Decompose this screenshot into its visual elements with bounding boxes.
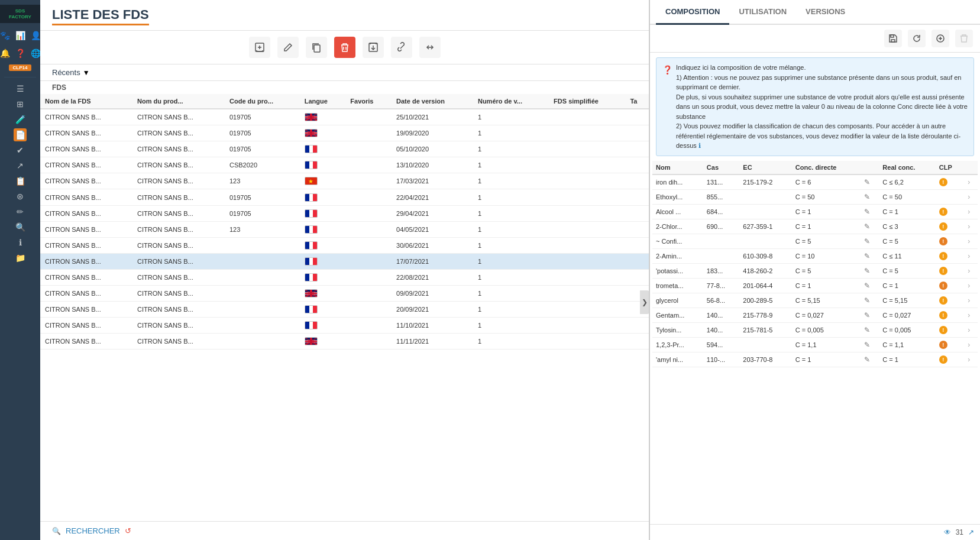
tab-utilisation[interactable]: UTILISATION bbox=[729, 0, 796, 25]
comp-cell-chevron[interactable]: › bbox=[964, 322, 978, 337]
comp-cell-chevron[interactable]: › bbox=[964, 204, 978, 219]
row-chevron-icon[interactable]: › bbox=[968, 222, 970, 231]
tab-versions[interactable]: VERSIONS bbox=[796, 0, 855, 25]
edit-row-icon[interactable]: ✎ bbox=[864, 193, 870, 201]
recents-label[interactable]: Récents bbox=[52, 68, 80, 77]
edit-row-icon[interactable]: ✎ bbox=[864, 326, 870, 334]
comp-table-row[interactable]: 2-Amin... 610-309-8 C = 10 ✎ C ≤ 11 ! › bbox=[652, 248, 978, 263]
comp-table-row[interactable]: ~ Confi... C = 5 ✎ C = 5 ! › bbox=[652, 234, 978, 248]
import-button[interactable] bbox=[249, 37, 270, 58]
delete-button[interactable] bbox=[334, 37, 355, 58]
export-footer-icon[interactable]: ↗ bbox=[968, 528, 974, 536]
comp-table-row[interactable]: 'amyl ni... 110-... 203-770-8 C = 1 ✎ C … bbox=[652, 352, 978, 367]
row-chevron-icon[interactable]: › bbox=[968, 311, 970, 319]
table-row[interactable]: CITRON SANS B... CITRON SANS B... 019705… bbox=[40, 205, 649, 221]
table-row[interactable]: CITRON SANS B... CITRON SANS B... 11/11/… bbox=[40, 334, 649, 350]
table-row[interactable]: CITRON SANS B... CITRON SANS B... 11/10/… bbox=[40, 318, 649, 334]
edit-row-icon[interactable]: ✎ bbox=[864, 311, 870, 319]
row-chevron-icon[interactable]: › bbox=[968, 193, 970, 201]
edit-row-icon[interactable]: ✎ bbox=[864, 341, 870, 349]
clp-badge[interactable]: CLP14 bbox=[9, 64, 31, 71]
edit-row-icon[interactable]: ✎ bbox=[864, 267, 870, 275]
bell-icon[interactable]: 🔔 bbox=[0, 47, 11, 60]
comp-cell-edit-icon[interactable]: ✎ bbox=[861, 263, 879, 278]
edit-row-icon[interactable]: ✎ bbox=[864, 282, 870, 290]
comp-table-row[interactable]: Tylosin... 140... 215-781-5 C = 0,005 ✎ … bbox=[652, 322, 978, 337]
check-icon[interactable]: ✔ bbox=[14, 144, 27, 157]
comp-table-row[interactable]: 1,2,3-Pr... 594... C = 1,1 ✎ C = 1,1 ! › bbox=[652, 337, 978, 352]
comp-table-row[interactable]: trometa... 77-8... 201-064-4 C = 1 ✎ C =… bbox=[652, 278, 978, 293]
comp-cell-chevron[interactable]: › bbox=[964, 352, 978, 367]
list-nav-icon[interactable]: ☰ bbox=[14, 82, 27, 95]
row-chevron-icon[interactable]: › bbox=[968, 341, 970, 349]
comp-table-row[interactable]: 2-Chlor... 690... 627-359-1 C = 1 ✎ C ≤ … bbox=[652, 219, 978, 234]
copy-button[interactable] bbox=[306, 37, 327, 58]
table-row[interactable]: CITRON SANS B... CITRON SANS B... 019705… bbox=[40, 125, 649, 141]
comp-cell-chevron[interactable]: › bbox=[964, 308, 978, 322]
export-button[interactable] bbox=[363, 37, 384, 58]
refresh-panel-button[interactable] bbox=[908, 30, 926, 47]
edit-row-icon[interactable]: ✎ bbox=[864, 222, 870, 231]
share-icon[interactable]: ↗ bbox=[14, 159, 27, 172]
delete-panel-button[interactable] bbox=[955, 30, 973, 47]
edit-row-icon[interactable]: ✎ bbox=[864, 178, 870, 186]
collapse-panel-button[interactable]: ❯ bbox=[640, 290, 649, 314]
document-icon[interactable]: 📄 bbox=[14, 128, 27, 141]
row-chevron-icon[interactable]: › bbox=[968, 267, 970, 275]
comp-cell-chevron[interactable]: › bbox=[964, 189, 978, 204]
comp-cell-edit-icon[interactable]: ✎ bbox=[861, 204, 879, 219]
comp-cell-chevron[interactable]: › bbox=[964, 174, 978, 190]
row-chevron-icon[interactable]: › bbox=[968, 326, 970, 334]
comp-cell-chevron[interactable]: › bbox=[964, 234, 978, 248]
comp-table-row[interactable]: Ethoxyl... 855... C = 50 ✎ C = 50 › bbox=[652, 189, 978, 204]
comp-cell-edit-icon[interactable]: ✎ bbox=[861, 308, 879, 322]
table-row[interactable]: CITRON SANS B... CITRON SANS B... 019705… bbox=[40, 189, 649, 205]
network-icon[interactable]: ⊛ bbox=[14, 190, 27, 203]
edit-row-icon[interactable]: ✎ bbox=[864, 355, 870, 364]
comp-cell-chevron[interactable]: › bbox=[964, 248, 978, 263]
row-chevron-icon[interactable]: › bbox=[968, 178, 970, 186]
folder-icon[interactable]: 📁 bbox=[14, 251, 27, 264]
reset-search-button[interactable]: ↺ bbox=[125, 526, 131, 535]
comp-cell-chevron[interactable]: › bbox=[964, 293, 978, 308]
comp-cell-edit-icon[interactable]: ✎ bbox=[861, 234, 879, 248]
table-row[interactable]: CITRON SANS B... CITRON SANS B... 123 ★ … bbox=[40, 173, 649, 189]
row-chevron-icon[interactable]: › bbox=[968, 252, 970, 260]
edit-row-icon[interactable]: ✎ bbox=[864, 237, 870, 245]
tab-composition[interactable]: COMPOSITION bbox=[656, 0, 729, 25]
row-chevron-icon[interactable]: › bbox=[968, 237, 970, 245]
add-panel-button[interactable] bbox=[932, 30, 949, 47]
comp-table-row[interactable]: iron dih... 131... 215-179-2 C = 6 ✎ C ≤… bbox=[652, 174, 978, 190]
comp-cell-edit-icon[interactable]: ✎ bbox=[861, 174, 879, 190]
comp-table-row[interactable]: glycerol 56-8... 200-289-5 C = 5,15 ✎ C … bbox=[652, 293, 978, 308]
table-row[interactable]: CITRON SANS B... CITRON SANS B... 17/07/… bbox=[40, 253, 649, 269]
diff-button[interactable] bbox=[419, 37, 441, 58]
table-row[interactable]: CITRON SANS B... CITRON SANS B... CSB202… bbox=[40, 157, 649, 173]
recents-dropdown-icon[interactable]: ▼ bbox=[83, 69, 90, 77]
hierarchy-icon[interactable]: ⊞ bbox=[14, 98, 27, 111]
comp-cell-edit-icon[interactable]: ✎ bbox=[861, 278, 879, 293]
comp-cell-edit-icon[interactable]: ✎ bbox=[861, 352, 879, 367]
edit-row-icon[interactable]: ✎ bbox=[864, 296, 870, 305]
comp-cell-chevron[interactable]: › bbox=[964, 278, 978, 293]
table-row[interactable]: CITRON SANS B... CITRON SANS B... 30/06/… bbox=[40, 237, 649, 253]
table-row[interactable]: CITRON SANS B... CITRON SANS B... 019705… bbox=[40, 109, 649, 125]
comp-table-row[interactable]: Gentam... 140... 215-778-9 C = 0,027 ✎ C… bbox=[652, 308, 978, 322]
comp-cell-edit-icon[interactable]: ✎ bbox=[861, 337, 879, 352]
comp-cell-edit-icon[interactable]: ✎ bbox=[861, 189, 879, 204]
comp-table-row[interactable]: 'potassi... 183... 418-260-2 C = 5 ✎ C =… bbox=[652, 263, 978, 278]
save-panel-button[interactable] bbox=[884, 30, 902, 47]
link-button[interactable] bbox=[391, 37, 412, 58]
analytics-icon[interactable]: 🐾 bbox=[0, 29, 11, 42]
table-row[interactable]: CITRON SANS B... CITRON SANS B... 20/09/… bbox=[40, 302, 649, 318]
info-nav-icon[interactable]: ℹ bbox=[14, 236, 27, 249]
comp-cell-chevron[interactable]: › bbox=[964, 219, 978, 234]
table-row[interactable]: CITRON SANS B... CITRON SANS B... 123 04… bbox=[40, 221, 649, 237]
row-chevron-icon[interactable]: › bbox=[968, 282, 970, 290]
help-icon[interactable]: ❓ bbox=[14, 47, 27, 60]
edit-row-icon[interactable]: ✎ bbox=[864, 252, 870, 260]
table-row[interactable]: CITRON SANS B... CITRON SANS B... 09/09/… bbox=[40, 286, 649, 302]
row-chevron-icon[interactable]: › bbox=[968, 355, 970, 364]
edit-nav-icon[interactable]: ✏ bbox=[14, 205, 27, 218]
comp-cell-edit-icon[interactable]: ✎ bbox=[861, 293, 879, 308]
